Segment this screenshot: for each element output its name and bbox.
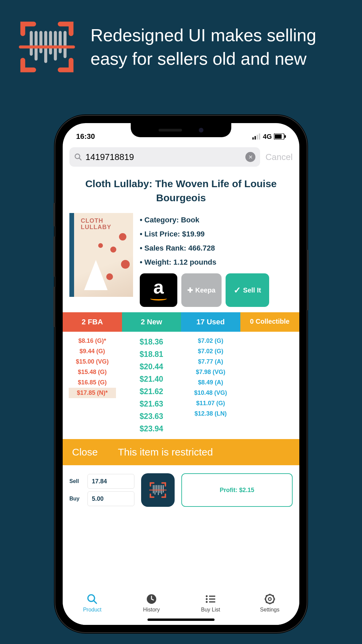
status-time: 16:30 bbox=[76, 132, 95, 141]
price-cell: $7.02 (G) bbox=[181, 336, 240, 346]
price-cell: $20.44 bbox=[122, 361, 181, 373]
tab-settings[interactable]: Settings bbox=[240, 588, 300, 618]
tab-buylist[interactable]: Buy List bbox=[181, 588, 240, 618]
svg-rect-12 bbox=[259, 133, 260, 140]
price-cell: $23.63 bbox=[122, 410, 181, 423]
buy-input[interactable] bbox=[87, 491, 134, 506]
svg-point-29 bbox=[206, 595, 208, 597]
svg-point-33 bbox=[206, 601, 208, 603]
price-cell: $21.63 bbox=[122, 398, 181, 410]
search-field[interactable]: ✕ bbox=[69, 147, 260, 167]
home-indicator[interactable] bbox=[147, 619, 215, 621]
keepa-button[interactable]: ✚ Keepa bbox=[181, 273, 222, 307]
price-cell: $11.07 (G) bbox=[181, 398, 240, 409]
clear-search-button[interactable]: ✕ bbox=[245, 152, 255, 162]
tab-new[interactable]: 2 New bbox=[122, 312, 181, 332]
price-cell: $7.02 (G) bbox=[181, 346, 240, 357]
battery-icon bbox=[274, 133, 286, 140]
svg-line-42 bbox=[273, 602, 274, 603]
svg-rect-11 bbox=[256, 135, 258, 140]
svg-line-41 bbox=[266, 595, 267, 596]
product-title: Cloth Lullaby: The Woven Life of Louise … bbox=[63, 171, 299, 208]
svg-rect-14 bbox=[275, 135, 282, 139]
price-cell: $15.48 (G) bbox=[63, 367, 122, 377]
tab-product[interactable]: Product bbox=[63, 588, 122, 618]
svg-point-31 bbox=[206, 598, 208, 600]
price-cell: $23.94 bbox=[122, 423, 181, 435]
hero-headline: Redesigned UI makes selling easy for sel… bbox=[90, 23, 345, 70]
sellit-label: Sell It bbox=[243, 286, 261, 294]
phone-frame: 16:30 4G ✕ Cancel Cloth Lullaby: The Wov… bbox=[55, 116, 307, 632]
detail-sales-rank: Sales Rank: 466.728 bbox=[140, 241, 293, 255]
search-icon bbox=[86, 593, 98, 605]
cancel-link[interactable]: Cancel bbox=[265, 152, 293, 162]
scan-button[interactable] bbox=[141, 473, 175, 507]
price-cell: $9.44 (G) bbox=[63, 346, 122, 357]
price-cell: $18.81 bbox=[122, 348, 181, 361]
tab-used[interactable]: 17 Used bbox=[181, 312, 240, 332]
detail-weight: Weight: 1.12 pounds bbox=[140, 255, 293, 269]
tab-history[interactable]: History bbox=[122, 588, 181, 618]
product-cover-image: CLOTHLULLABY bbox=[69, 213, 133, 297]
price-cell: $7.98 (VG) bbox=[181, 367, 240, 377]
search-icon bbox=[74, 153, 82, 161]
svg-point-36 bbox=[268, 598, 272, 601]
svg-line-44 bbox=[273, 595, 274, 596]
price-cell: $16.85 (G) bbox=[63, 377, 122, 388]
svg-rect-9 bbox=[252, 138, 254, 140]
buy-label: Buy bbox=[69, 496, 83, 502]
sell-label: Sell bbox=[69, 478, 83, 484]
price-cell: $7.77 (A) bbox=[181, 357, 240, 367]
gear-icon bbox=[264, 593, 276, 605]
price-cell: $21.62 bbox=[122, 385, 181, 398]
clock-icon bbox=[146, 593, 157, 605]
tab-fba[interactable]: 2 FBA bbox=[63, 312, 122, 332]
list-icon bbox=[205, 593, 216, 605]
price-cell: $10.48 (VG) bbox=[181, 388, 240, 398]
amazon-button[interactable]: a bbox=[140, 273, 177, 307]
svg-line-27 bbox=[94, 600, 97, 603]
price-cell: $17.85 (N)* bbox=[69, 388, 116, 398]
detail-list-price: List Price: $19.99 bbox=[140, 227, 293, 241]
price-cell: $8.49 (A) bbox=[181, 377, 240, 388]
price-grid: $8.16 (G)*$9.44 (G)$15.00 (VG)$15.48 (G)… bbox=[63, 332, 299, 439]
price-cell: $8.16 (G)* bbox=[63, 336, 122, 346]
svg-rect-15 bbox=[285, 135, 286, 138]
tab-collectible[interactable]: 0 Collectible bbox=[240, 312, 300, 332]
search-input[interactable] bbox=[85, 152, 242, 162]
restriction-message: This item is restricted bbox=[118, 446, 213, 458]
app-logo-icon bbox=[17, 17, 77, 77]
restriction-banner: Close This item is restricted bbox=[63, 439, 299, 465]
close-button[interactable]: Close bbox=[72, 446, 98, 458]
sell-it-button[interactable]: ✓ Sell It bbox=[226, 273, 269, 307]
svg-line-43 bbox=[266, 602, 267, 603]
svg-line-17 bbox=[79, 158, 81, 160]
keepa-label: Keepa bbox=[195, 286, 215, 294]
svg-rect-10 bbox=[254, 136, 256, 140]
price-cell: $12.38 (LN) bbox=[181, 409, 240, 419]
detail-category: Category: Book bbox=[140, 213, 293, 227]
signal-icon bbox=[252, 133, 261, 140]
profit-display: Profit: $2.15 bbox=[181, 473, 293, 507]
sell-input[interactable] bbox=[87, 474, 134, 489]
check-icon: ✓ bbox=[234, 285, 241, 296]
status-network: 4G bbox=[263, 133, 272, 141]
price-cell: $15.00 (VG) bbox=[63, 357, 122, 367]
price-cell: $18.36 bbox=[122, 336, 181, 348]
price-cell: $21.40 bbox=[122, 373, 181, 385]
